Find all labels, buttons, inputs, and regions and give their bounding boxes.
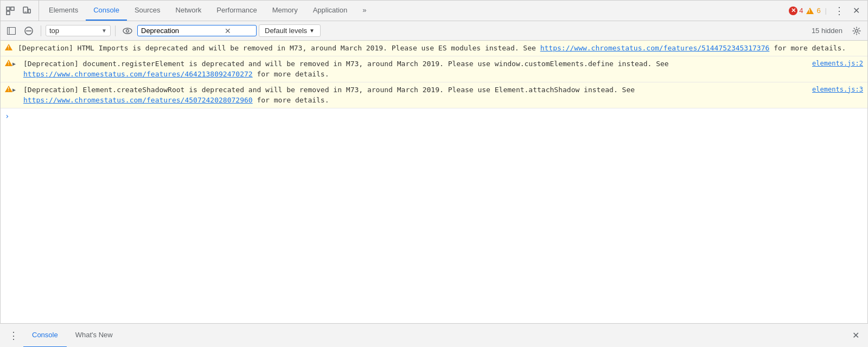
tab-sources[interactable]: Sources	[127, 1, 168, 21]
message-source-3[interactable]: elements.js:3	[812, 85, 863, 94]
console-input[interactable]	[12, 112, 863, 120]
tab-memory[interactable]: Memory	[265, 1, 305, 21]
clear-filter-button[interactable]: ✕	[225, 27, 231, 35]
error-icon: ✕	[789, 7, 797, 15]
console-message-2: ▶ [Deprecation] document.registerElement…	[1, 56, 867, 82]
context-selector[interactable]: top ▼	[46, 25, 111, 36]
deprecation-link-1[interactable]: https://www.chromestatus.com/features/51…	[540, 44, 770, 52]
bottom-more-button[interactable]: ⋮	[4, 330, 23, 342]
bottom-tab-whats-new[interactable]: What's New	[67, 324, 122, 348]
levels-dropdown-arrow: ▼	[309, 28, 315, 34]
deprecation-link-3[interactable]: https://www.chromestatus.com/features/45…	[23, 96, 253, 104]
filter-by-url-button[interactable]	[120, 23, 135, 38]
deprecation-link-2[interactable]: https://www.chromestatus.com/features/46…	[23, 70, 253, 78]
svg-rect-1	[11, 7, 14, 10]
console-output: [Deprecation] HTML Imports is deprecated…	[1, 41, 867, 324]
tab-bar: Elements Console Sources Network Perform…	[1, 1, 867, 21]
svg-point-10	[123, 28, 132, 34]
console-message-1: [Deprecation] HTML Imports is deprecated…	[1, 41, 867, 56]
show-console-sidebar-button[interactable]	[4, 23, 19, 38]
tab-console[interactable]: Console	[86, 1, 127, 21]
svg-point-11	[126, 29, 129, 32]
message-text-3: [Deprecation] Element.createShadowRoot i…	[23, 85, 806, 106]
warn-icon-2	[5, 60, 12, 66]
bottom-tab-console[interactable]: Console	[23, 324, 67, 348]
tab-more[interactable]: »	[355, 1, 374, 21]
expand-arrow-3[interactable]: ▶	[12, 86, 16, 94]
close-drawer-button[interactable]: ✕	[848, 330, 864, 340]
filter-search-box[interactable]: ✕	[137, 25, 257, 36]
context-dropdown-arrow: ▼	[101, 28, 107, 34]
console-message-3: ▶ [Deprecation] Element.createShadowRoot…	[1, 82, 867, 108]
svg-rect-4	[28, 9, 30, 13]
svg-point-12	[856, 29, 858, 32]
filter-input[interactable]	[141, 27, 222, 35]
svg-rect-2	[7, 11, 10, 15]
message-text-2: [Deprecation] document.registerElement i…	[23, 59, 806, 80]
message-text-1: [Deprecation] HTML Imports is deprecated…	[18, 43, 863, 54]
tab-bar-left-icons	[3, 1, 39, 21]
bottom-bar: ⋮ Console What's New ✕	[0, 323, 868, 347]
toolbar-divider-1	[41, 25, 41, 36]
expand-arrow-2[interactable]: ▶	[12, 60, 16, 68]
device-toolbar-button[interactable]	[19, 3, 34, 18]
warn-icon-3	[5, 86, 12, 92]
warn-icon-1	[5, 44, 12, 50]
settings-button[interactable]	[849, 23, 864, 38]
svg-rect-0	[7, 7, 10, 10]
prompt-chevron-icon: ›	[5, 112, 9, 120]
svg-rect-6	[8, 27, 16, 34]
tab-elements[interactable]: Elements	[41, 1, 86, 21]
tab-bar-right: ✕ 4 ! 6 | ⋮ ✕	[789, 1, 865, 21]
hidden-count-label: 15 hidden	[812, 27, 847, 35]
more-options-button[interactable]: ⋮	[831, 6, 847, 16]
warn-count[interactable]: ! 6	[806, 7, 820, 15]
console-toolbar: top ▼ ✕ Default levels ▼ 15 hidden	[1, 21, 867, 41]
tab-performance[interactable]: Performance	[209, 1, 264, 21]
tab-application[interactable]: Application	[305, 1, 355, 21]
console-prompt[interactable]: ›	[1, 108, 867, 124]
close-devtools-button[interactable]: ✕	[851, 5, 862, 16]
log-levels-button[interactable]: Default levels ▼	[259, 24, 321, 37]
toolbar-divider-2	[115, 25, 116, 36]
clear-console-button[interactable]	[21, 23, 36, 38]
message-source-2[interactable]: elements.js:2	[812, 59, 863, 68]
error-count[interactable]: ✕ 4	[789, 7, 803, 15]
inspect-element-button[interactable]	[3, 3, 18, 18]
separator: |	[825, 7, 827, 15]
tab-network[interactable]: Network	[168, 1, 209, 21]
